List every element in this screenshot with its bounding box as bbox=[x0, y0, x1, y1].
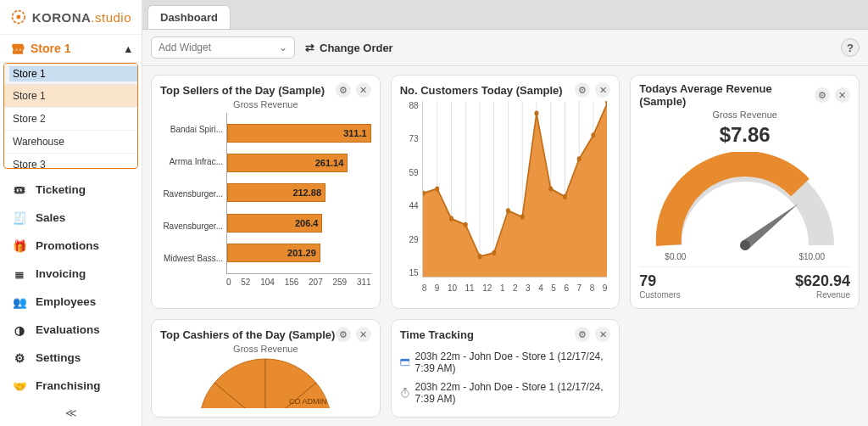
tick: 59 bbox=[400, 168, 419, 177]
tick: 52 bbox=[241, 277, 250, 287]
customers-chart: 88 73 59 44 29 15 bbox=[400, 98, 611, 293]
sidebar-item-label: Promotions bbox=[36, 239, 99, 252]
card-title: Time Tracking bbox=[400, 328, 474, 341]
tick: 4 bbox=[538, 283, 543, 293]
change-order-button[interactable]: ⇄ Change Order bbox=[305, 42, 393, 54]
main: Dashboard Add Widget ⌄ ⇄ Change Order ? … bbox=[142, 0, 868, 426]
tab-dashboard[interactable]: Dashboard bbox=[147, 5, 231, 29]
gear-icon[interactable]: ⚙ bbox=[336, 327, 351, 342]
bar-value: 201.29 bbox=[287, 248, 316, 258]
close-icon[interactable]: ✕ bbox=[595, 327, 610, 342]
tabbar: Dashboard bbox=[142, 0, 868, 29]
tick: 5 bbox=[551, 283, 556, 293]
close-icon[interactable]: ✕ bbox=[835, 87, 850, 103]
toolbar: Add Widget ⌄ ⇄ Change Order ? bbox=[142, 29, 868, 66]
gauge-chart bbox=[639, 152, 850, 254]
tick: 15 bbox=[400, 268, 419, 277]
sidebar-item-promotions[interactable]: 🎁Promotions bbox=[0, 232, 142, 260]
card-customers: No. Customers Today (Sample) ⚙ ✕ 88 73 5… bbox=[391, 75, 620, 309]
chevron-up-icon: ▴ bbox=[125, 42, 131, 55]
add-widget-select[interactable]: Add Widget ⌄ bbox=[151, 36, 295, 59]
tick: 2 bbox=[513, 283, 518, 293]
card-time-tracking: Time Tracking ⚙ ✕ 203h 22m - John Doe - … bbox=[391, 319, 620, 418]
chevron-down-icon: ⌄ bbox=[279, 42, 287, 53]
sidebar-item-label: Invoicing bbox=[36, 267, 86, 280]
stat-label: Customers bbox=[639, 290, 680, 300]
tick: 311 bbox=[357, 277, 371, 287]
store-search-input[interactable] bbox=[9, 66, 138, 81]
sidebar-item-ticketing[interactable]: 🎟Ticketing bbox=[0, 176, 142, 204]
people-icon: 👥 bbox=[12, 296, 27, 308]
x-axis: 0 52 104 156 207 259 311 bbox=[226, 277, 371, 287]
tick: 207 bbox=[309, 277, 323, 287]
pie-chart: CO ADMIN bbox=[189, 357, 342, 408]
tick: 3 bbox=[526, 283, 531, 293]
tick: 44 bbox=[400, 201, 419, 210]
gear-icon[interactable]: ⚙ bbox=[575, 82, 590, 98]
bar-label: Ravensburger... bbox=[160, 221, 223, 231]
change-order-label: Change Order bbox=[320, 42, 393, 54]
tick: 1 bbox=[500, 283, 505, 293]
sidebar-item-evaluations[interactable]: ◑Evaluations bbox=[0, 316, 142, 344]
store-icon bbox=[10, 42, 25, 54]
tick: 11 bbox=[465, 283, 475, 293]
store-option[interactable]: Warehouse bbox=[4, 131, 137, 154]
sidebar-item-invoicing[interactable]: ≣Invoicing bbox=[0, 260, 142, 288]
chevrons-left-icon: ≪ bbox=[65, 406, 77, 419]
sidebar-item-settings[interactable]: ⚙Settings bbox=[0, 344, 142, 372]
time-tracking-text: 203h 22m - John Doe - Store 1 (12/17/24,… bbox=[415, 381, 610, 405]
sidebar-item-label: Employees bbox=[36, 295, 96, 308]
sidebar-item-label: Evaluations bbox=[36, 323, 100, 336]
brand-name: KORONA bbox=[32, 10, 92, 25]
close-icon[interactable]: ✕ bbox=[356, 327, 371, 342]
bar-value: 311.1 bbox=[343, 128, 367, 138]
close-icon[interactable]: ✕ bbox=[595, 82, 610, 98]
gear-icon[interactable]: ⚙ bbox=[815, 87, 830, 103]
bar-value: 261.14 bbox=[315, 158, 344, 168]
bar-label: Bandai Spiri... bbox=[160, 125, 223, 134]
help-button[interactable]: ? bbox=[841, 38, 860, 57]
top-sellers-chart: Bandai Spiri... Arrma Infrac... Ravensbu… bbox=[160, 113, 371, 274]
tick: 73 bbox=[400, 134, 419, 143]
card-title: Top Sellers of the Day (Sample) bbox=[160, 84, 325, 97]
gear-icon[interactable]: ⚙ bbox=[575, 327, 590, 342]
tick: 9 bbox=[603, 283, 608, 293]
gift-icon: 🎁 bbox=[12, 240, 27, 252]
card-top-cashiers: Top Cashiers of the Day (Sample) ⚙ ✕ Gro… bbox=[151, 319, 381, 418]
card-subtitle: Gross Revenue bbox=[160, 99, 371, 109]
store-selector[interactable]: Store 1 ▴ bbox=[0, 35, 142, 63]
sidebar-item-franchising[interactable]: 🤝Franchising bbox=[0, 372, 142, 400]
brand-icon bbox=[10, 8, 27, 25]
area-svg bbox=[423, 101, 608, 277]
time-tracking-text: 203h 22m - John Doe - Store 1 (12/17/24,… bbox=[415, 350, 610, 374]
brand-logo: KORONA.studio bbox=[0, 0, 142, 35]
stat-label: Revenue bbox=[795, 290, 850, 300]
svg-marker-28 bbox=[742, 199, 801, 249]
sidebar-item-employees[interactable]: 👥Employees bbox=[0, 288, 142, 316]
svg-point-17 bbox=[463, 222, 467, 227]
tick: 10 bbox=[448, 283, 457, 293]
store-option[interactable]: Store 2 bbox=[4, 108, 137, 131]
close-icon[interactable]: ✕ bbox=[356, 82, 371, 98]
sidebar-item-label: Franchising bbox=[36, 379, 101, 392]
svg-point-1 bbox=[16, 15, 20, 20]
store-option[interactable]: Store 3 bbox=[4, 154, 137, 169]
tick: 104 bbox=[260, 277, 275, 287]
store-dropdown: ✕ ˄ Store 1 Store 2 Warehouse Store 3 We… bbox=[3, 63, 138, 169]
gauge-max: $10.00 bbox=[798, 252, 825, 261]
tick: 12 bbox=[482, 283, 492, 293]
tick: 88 bbox=[400, 101, 419, 110]
collapse-sidebar[interactable]: ≪ bbox=[0, 400, 142, 426]
tick: 9 bbox=[435, 283, 440, 293]
sidebar-item-label: Settings bbox=[36, 351, 81, 364]
time-tracking-row: 203h 22m - John Doe - Store 1 (12/17/24,… bbox=[400, 347, 611, 378]
store-option[interactable]: Store 1 bbox=[4, 85, 137, 108]
gear-icon[interactable]: ⚙ bbox=[336, 82, 351, 98]
add-widget-label: Add Widget bbox=[159, 42, 211, 53]
tick: 156 bbox=[285, 277, 299, 287]
gauge-value: $7.86 bbox=[639, 123, 850, 147]
sidebar-item-sales[interactable]: 🧾Sales bbox=[0, 204, 142, 232]
card-top-sellers: Top Sellers of the Day (Sample) ⚙ ✕ Gros… bbox=[151, 75, 381, 309]
handshake-icon: 🤝 bbox=[12, 380, 27, 392]
tick: 29 bbox=[400, 235, 419, 244]
